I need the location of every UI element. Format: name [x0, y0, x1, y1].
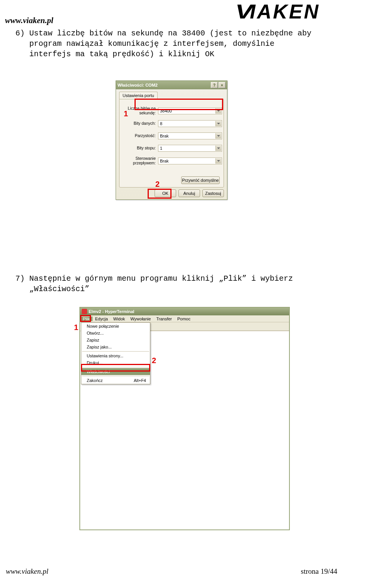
toolbar [150, 322, 289, 331]
menu-pomoc[interactable]: Pomoc [175, 317, 193, 321]
ht-marker-2: 2 [152, 356, 156, 365]
parity-label: Parzystość: [123, 134, 158, 138]
tab-port-settings[interactable]: Ustawienia portu [119, 92, 158, 99]
tab-body: Liczba bitów na sekundę: 38400 Bity dany… [119, 99, 224, 188]
menu-item-open[interactable]: Otwórz... [81, 330, 150, 337]
chevron-down-icon[interactable] [215, 133, 221, 139]
parity-combo[interactable]: Brak [158, 132, 222, 139]
stop-bits-label: Bity stopu: [123, 146, 158, 151]
marker-2: 2 [155, 180, 160, 189]
close-button[interactable]: × [219, 82, 225, 88]
highlight-plik [80, 315, 91, 322]
header-url: www.viaken.pl [5, 16, 53, 25]
flow-combo[interactable]: Brak [158, 157, 222, 164]
menu-widok[interactable]: Widok [111, 317, 128, 321]
stop-bits-combo[interactable]: 1 [158, 145, 222, 152]
step7-text: 7) Następnie w górnym menu programu klik… [15, 273, 355, 294]
menu-transfer[interactable]: Transfer [153, 317, 175, 321]
ht-marker-1: 1 [74, 323, 78, 332]
dialog-title: Właściwości: COM2 [118, 83, 158, 87]
logo: VIAKEN [237, 0, 320, 23]
footer-page: strona 19/44 [301, 567, 337, 576]
footer-url: www.viaken.pl [6, 567, 48, 576]
highlight-ok [148, 189, 172, 199]
parity-value: Brak [160, 134, 169, 138]
menu-wywolanie[interactable]: Wywołanie [128, 317, 153, 321]
menubar: Plik Edycja Widok Wywołanie Transfer Pom… [80, 315, 289, 322]
hyperterminal-window: Elmv2 - HyperTerminal Plik Edycja Widok … [79, 307, 290, 530]
ht-title-text: Elmv2 - HyperTerminal [89, 309, 134, 314]
step6-text: 6) Ustaw liczbę bitów na sekundę na 3840… [15, 28, 355, 59]
marker-1: 1 [124, 109, 128, 118]
ht-titlebar: Elmv2 - HyperTerminal [80, 308, 289, 315]
restore-defaults-button[interactable]: Przywróć domyślne [181, 176, 220, 184]
menu-item-save[interactable]: Zapisz [81, 337, 150, 343]
flow-label: Sterowanie przepływem: [123, 156, 158, 165]
app-icon [82, 309, 87, 314]
cancel-button[interactable]: Anuluj [178, 189, 200, 197]
menu-separator [82, 376, 149, 376]
menu-item-exit[interactable]: ZakończAlt+F4 [81, 377, 150, 384]
highlight-baud [135, 99, 223, 110]
menu-item-page-setup[interactable]: Ustawienia strony... [81, 352, 150, 359]
flow-value: Brak [160, 159, 169, 163]
menu-item-new-connection[interactable]: Nowe połączenie [81, 323, 150, 330]
accelerator: Alt+F4 [134, 378, 146, 383]
file-menu-dropdown: Nowe połączenie Otwórz... Zapisz Zapisz … [81, 322, 150, 384]
menu-separator [82, 351, 149, 352]
logo-text: IAKEN [250, 0, 320, 23]
com-properties-dialog: Właściwości: COM2 ? × Ustawienia portu L… [116, 80, 227, 200]
data-bits-combo[interactable]: 8 [158, 120, 222, 127]
chevron-down-icon[interactable] [215, 146, 221, 151]
stop-bits-value: 1 [160, 146, 162, 151]
chevron-down-icon[interactable] [215, 158, 221, 164]
menu-item-save-as[interactable]: Zapisz jako... [81, 343, 150, 350]
data-bits-label: Bity danych: [123, 121, 158, 126]
dialog-titlebar: Właściwości: COM2 ? × [116, 81, 227, 89]
highlight-properties [81, 364, 150, 372]
apply-button[interactable]: Zastosuj [202, 189, 224, 197]
chevron-down-icon[interactable] [215, 121, 221, 126]
menu-edycja[interactable]: Edycja [92, 317, 111, 321]
data-bits-value: 8 [160, 121, 162, 126]
help-button[interactable]: ? [211, 82, 218, 88]
